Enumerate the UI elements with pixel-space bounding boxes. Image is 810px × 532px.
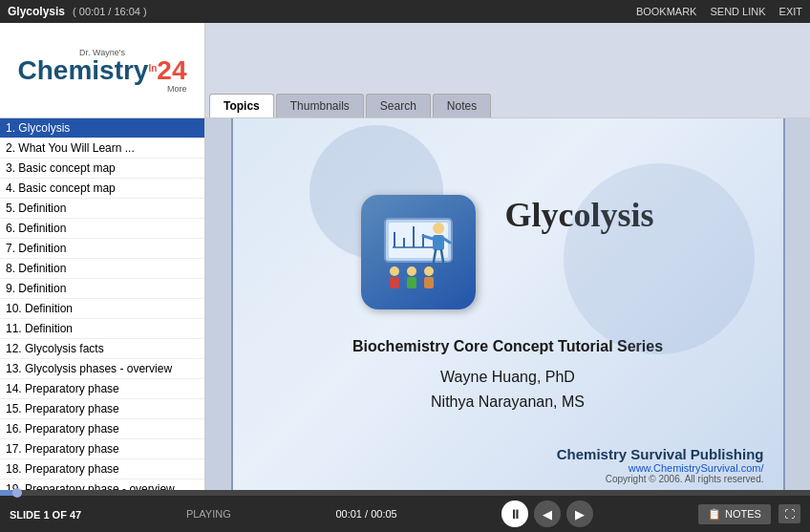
slide-icon — [361, 195, 476, 309]
right-controls: 📋 NOTES ⛶ — [698, 504, 800, 524]
sidebar-item-5[interactable]: 5. Definition — [0, 199, 204, 219]
top-area: Dr. Wayne's ChemistryIn24 More Topics Th… — [0, 23, 810, 118]
svg-point-15 — [407, 266, 416, 276]
publisher-copyright: Copyright © 2006. All rights reserved. — [557, 474, 764, 484]
sidebar-item-15[interactable]: 15. Preparatory phase — [0, 399, 204, 419]
svg-point-13 — [390, 266, 399, 276]
sidebar-item-9[interactable]: 9. Definition — [0, 279, 204, 299]
sidebar-item-6[interactable]: 6. Definition — [0, 219, 204, 239]
notes-button[interactable]: 📋 NOTES — [698, 504, 771, 524]
sidebar-item-4[interactable]: 4. Basic concept map — [0, 179, 204, 199]
sidebar-item-10[interactable]: 10. Definition — [0, 299, 204, 319]
svg-rect-14 — [390, 277, 399, 288]
tab-thumbnails[interactable]: Thumbnails — [276, 94, 364, 117]
tab-search[interactable]: Search — [366, 94, 431, 117]
bottom-bar: SLIDE 1 OF 47 PLAYING 00:01 / 00:05 ⏸ ◀ … — [0, 496, 810, 532]
title-bar: Glycolysis ( 00:01 / 16:04 ) BOOKMARK SE… — [0, 0, 810, 23]
logo-brand: ChemistryIn24 — [18, 57, 187, 84]
fullscreen-button[interactable]: ⛶ — [778, 504, 800, 523]
sidebar-item-18[interactable]: 18. Preparatory phase — [0, 459, 204, 479]
pause-button[interactable]: ⏸ — [501, 500, 528, 527]
next-button[interactable]: ▶ — [566, 500, 593, 527]
time-display: 00:01 / 00:05 — [335, 508, 396, 520]
sidebar[interactable]: 1. Glycolysis 2. What You Will Learn ...… — [0, 118, 205, 490]
sidebar-item-2[interactable]: 2. What You Will Learn ... — [0, 138, 204, 159]
notes-icon: 📋 — [708, 508, 721, 521]
svg-rect-16 — [407, 277, 416, 288]
sidebar-item-16[interactable]: 16. Preparatory phase — [0, 419, 204, 439]
titlebar-actions: BOOKMARK SEND LINK EXIT — [636, 6, 802, 17]
sidebar-item-17[interactable]: 17. Preparatory phase — [0, 439, 204, 459]
tab-topics[interactable]: Topics — [209, 94, 274, 117]
logo-chemistry: ChemistryIn24 — [18, 55, 187, 85]
notes-label: NOTES — [725, 508, 761, 520]
send-link-button[interactable]: SEND LINK — [710, 6, 765, 17]
logo-area: Dr. Wayne's ChemistryIn24 More — [0, 23, 205, 118]
publisher-name: Chemistry Survival Publishing — [557, 446, 764, 462]
prev-button[interactable]: ◀ — [534, 500, 561, 527]
slide-number: SLIDE 1 OF 47 — [10, 509, 81, 521]
progress-bar-area[interactable] — [0, 490, 810, 496]
slide-author1: Wayne Huang, PhD — [431, 365, 585, 390]
slide-publisher: Chemistry Survival Publishing www.Chemis… — [557, 446, 764, 484]
playback-controls: ⏸ ◀ ▶ — [501, 500, 593, 527]
slide-authors: Wayne Huang, PhD Nithya Narayanan, MS — [431, 365, 585, 414]
nav-tabs: Topics Thumbnails Search Notes — [205, 94, 810, 117]
sidebar-item-19[interactable]: 19. Preparatory phase - overview — [0, 479, 204, 490]
svg-rect-18 — [424, 277, 434, 288]
tab-notes[interactable]: Notes — [433, 94, 491, 117]
svg-rect-8 — [433, 235, 444, 250]
svg-point-17 — [424, 266, 434, 276]
sidebar-item-8[interactable]: 8. Definition — [0, 259, 204, 279]
content-area: 1. Glycolysis 2. What You Will Learn ...… — [0, 118, 810, 490]
nav-tabs-area: Topics Thumbnails Search Notes — [205, 23, 810, 118]
current-time: 00:01 / 00:05 — [335, 508, 396, 520]
app-title: Glycolysis — [8, 5, 65, 18]
main-container: Dr. Wayne's ChemistryIn24 More Topics Th… — [0, 23, 810, 532]
logo: Dr. Wayne's ChemistryIn24 More — [18, 48, 187, 94]
slide-author2: Nithya Narayanan, MS — [431, 390, 585, 415]
slide-info: SLIDE 1 OF 47 — [10, 505, 81, 522]
svg-point-7 — [433, 223, 444, 234]
sidebar-item-13[interactable]: 13. Glycolysis phases - overview — [0, 359, 204, 379]
exit-button[interactable]: EXIT — [779, 6, 802, 17]
logo-more: More — [18, 84, 187, 94]
sidebar-item-7[interactable]: 7. Definition — [0, 239, 204, 259]
sidebar-item-12[interactable]: 12. Glycolysis facts — [0, 339, 204, 359]
progress-thumb[interactable] — [12, 488, 22, 498]
slide-area: Glycolysis Biochemistry Core Concept Tut… — [205, 118, 810, 490]
bookmark-button[interactable]: BOOKMARK — [636, 6, 697, 17]
slide-frame: Glycolysis Biochemistry Core Concept Tut… — [231, 118, 785, 490]
publisher-url: www.ChemistrySurvival.com/ — [557, 462, 764, 474]
sidebar-item-14[interactable]: 14. Preparatory phase — [0, 379, 204, 399]
playing-label: PLAYING — [186, 508, 231, 520]
sidebar-item-3[interactable]: 3. Basic concept map — [0, 159, 204, 179]
playing-status: PLAYING — [186, 508, 231, 520]
total-time: ( 00:01 / 16:04 ) — [73, 6, 147, 17]
sidebar-item-11[interactable]: 11. Definition — [0, 319, 204, 339]
sidebar-item-1[interactable]: 1. Glycolysis — [0, 118, 204, 138]
